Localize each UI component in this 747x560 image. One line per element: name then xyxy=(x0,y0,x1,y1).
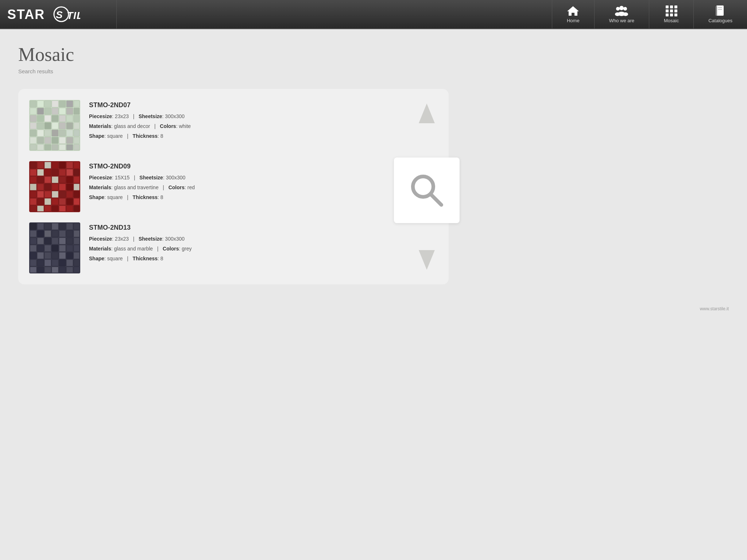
mosaic-image-1 xyxy=(29,100,80,151)
svg-rect-126 xyxy=(37,223,44,230)
svg-rect-104 xyxy=(37,191,44,198)
next-arrow-button[interactable] xyxy=(419,250,435,270)
svg-rect-87 xyxy=(66,169,73,176)
svg-rect-44 xyxy=(66,115,73,122)
svg-rect-105 xyxy=(44,191,51,198)
sheetsize-label: Sheetsize xyxy=(139,113,162,119)
svg-rect-131 xyxy=(74,223,80,230)
svg-point-10 xyxy=(623,12,628,16)
svg-point-5 xyxy=(619,6,624,10)
search-widget[interactable] xyxy=(394,158,460,223)
svg-rect-79 xyxy=(59,162,66,168)
svg-rect-40 xyxy=(37,115,44,122)
svg-rect-18 xyxy=(670,13,673,16)
product-specs-3a: Piecesize: 23x23 | Sheetsize: 300x300 xyxy=(89,235,412,243)
svg-rect-88 xyxy=(74,169,80,176)
svg-marker-4 xyxy=(567,6,579,16)
product-image-1[interactable] xyxy=(29,100,80,151)
product-specs-3b: Materials: glass and marble | Colors: gr… xyxy=(89,245,412,253)
svg-rect-125 xyxy=(30,223,36,230)
svg-rect-144 xyxy=(66,238,73,244)
svg-rect-89 xyxy=(30,176,36,183)
page-title: Mosaic xyxy=(18,44,729,65)
svg-rect-142 xyxy=(52,238,58,244)
svg-rect-91 xyxy=(44,176,51,183)
product-code-2: STMO-2ND09 xyxy=(89,163,412,170)
svg-line-175 xyxy=(430,194,441,205)
svg-rect-14 xyxy=(666,9,669,12)
main-header: STAR TILE S Home Who xyxy=(0,0,747,29)
svg-text:S: S xyxy=(56,9,63,20)
svg-rect-15 xyxy=(670,9,673,12)
product-specs-1c: Shape: square | Thickness: 8 xyxy=(89,132,412,140)
svg-rect-120 xyxy=(52,206,58,211)
svg-rect-102 xyxy=(74,184,80,190)
svg-rect-111 xyxy=(37,198,44,205)
product-specs-2c: Shape: square | Thickness: 8 xyxy=(89,194,412,201)
thickness-label: Thickness xyxy=(133,133,158,139)
svg-rect-27 xyxy=(44,101,51,107)
svg-rect-101 xyxy=(66,184,73,190)
svg-rect-65 xyxy=(66,137,73,144)
mosaic-image-2 xyxy=(29,161,80,212)
svg-rect-137 xyxy=(66,230,73,237)
svg-rect-98 xyxy=(44,184,51,190)
svg-rect-86 xyxy=(59,169,66,176)
prev-arrow-button[interactable] xyxy=(419,104,435,123)
svg-rect-85 xyxy=(52,169,58,176)
product-specs-3c: Shape: square | Thickness: 8 xyxy=(89,255,412,262)
svg-rect-51 xyxy=(66,122,73,129)
people-icon xyxy=(615,5,628,16)
product-sheetsize-1: : 300x300 xyxy=(162,113,185,119)
svg-rect-11 xyxy=(666,5,669,8)
svg-rect-103 xyxy=(30,191,36,198)
nav-who-we-are[interactable]: Who we are xyxy=(594,0,649,28)
home-icon xyxy=(567,5,579,16)
svg-rect-149 xyxy=(52,245,58,252)
svg-rect-145 xyxy=(74,238,80,244)
product-image-3[interactable] xyxy=(29,222,80,273)
svg-rect-159 xyxy=(74,252,80,259)
product-image-2[interactable] xyxy=(29,161,80,212)
svg-rect-160 xyxy=(30,260,36,266)
svg-rect-112 xyxy=(44,198,51,205)
svg-rect-39 xyxy=(30,115,36,122)
nav-home[interactable]: Home xyxy=(552,0,594,28)
svg-rect-119 xyxy=(44,206,51,211)
svg-rect-53 xyxy=(30,130,36,136)
svg-rect-32 xyxy=(30,108,36,114)
svg-rect-138 xyxy=(74,230,80,237)
svg-rect-80 xyxy=(66,162,73,168)
svg-rect-152 xyxy=(74,245,80,252)
svg-rect-156 xyxy=(52,252,58,259)
svg-rect-57 xyxy=(59,130,66,136)
nav-catalogues[interactable]: Catalogues xyxy=(693,0,747,28)
piecesize-label: Piecesize xyxy=(89,113,112,119)
svg-rect-16 xyxy=(674,9,677,12)
nav-mosaic[interactable]: Mosaic xyxy=(649,0,693,28)
svg-rect-122 xyxy=(66,206,73,211)
svg-rect-107 xyxy=(59,191,66,198)
svg-text:STAR: STAR xyxy=(7,7,45,22)
svg-rect-166 xyxy=(74,260,80,266)
svg-rect-36 xyxy=(59,108,66,114)
svg-rect-73 xyxy=(74,144,80,150)
product-specs-2a: Piecesize: 15X15 | Sheetsize: 300x300 xyxy=(89,174,412,182)
logo-area: STAR TILE S xyxy=(0,0,117,28)
svg-rect-163 xyxy=(52,260,58,266)
svg-rect-109 xyxy=(74,191,80,198)
product-item: STMO-2ND07 Piecesize: 23x23 | Sheetsize:… xyxy=(29,100,412,151)
footer-url: www.starstile.it xyxy=(700,306,729,311)
svg-rect-29 xyxy=(59,101,66,107)
svg-rect-97 xyxy=(37,184,44,190)
svg-rect-69 xyxy=(44,144,51,150)
svg-point-7 xyxy=(623,7,627,11)
svg-rect-99 xyxy=(52,184,58,190)
nav-catalogues-label: Catalogues xyxy=(708,18,732,23)
svg-rect-47 xyxy=(37,122,44,129)
svg-rect-123 xyxy=(74,206,80,211)
product-item-2: STMO-2ND09 Piecesize: 15X15 | Sheetsize:… xyxy=(29,161,412,212)
svg-point-9 xyxy=(615,12,620,16)
search-icon-large xyxy=(407,170,447,210)
svg-rect-161 xyxy=(37,260,44,266)
